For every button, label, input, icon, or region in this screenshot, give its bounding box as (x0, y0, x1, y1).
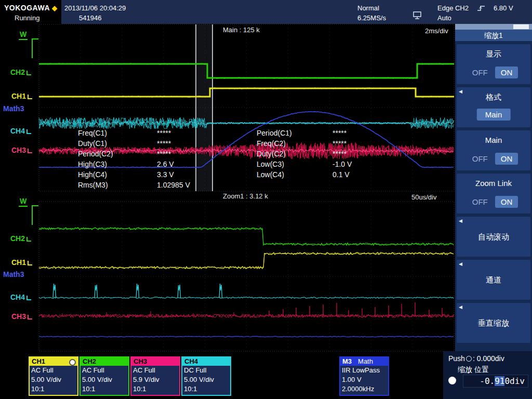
trace-label-ch2-zoom[interactable]: CH2 (10, 234, 31, 243)
zoom-link-on-button[interactable]: ON (495, 196, 518, 208)
zoom-position-label: 缩放 位置 (458, 365, 489, 375)
scrollbar-thumb[interactable] (513, 24, 529, 29)
zoom-link-off-button[interactable]: OFF (469, 196, 491, 208)
measurement-value: 0.1 V (332, 170, 350, 179)
measurement-row: High(C3)2.6 V (78, 160, 190, 170)
push-value: : 0.000div (473, 354, 504, 363)
measurement-value: ***** (157, 129, 171, 137)
menu-item-vertical-zoom[interactable]: ◀ 垂直缩放 (457, 303, 530, 343)
menu-item-label: 格式 (457, 92, 530, 102)
measurement-value: ***** (157, 150, 171, 158)
level-marker-icon (26, 237, 31, 242)
display-off-button[interactable]: OFF (469, 66, 491, 78)
channel-scale: 5.9 V/div (131, 375, 179, 384)
acquisition-count: 541946 (79, 14, 101, 22)
channel-box-math3[interactable]: M3Math IIR LowPass 1.00 V 2.0000kHz (339, 356, 389, 396)
menu-item-channel[interactable]: ◀ 通道 (457, 260, 530, 300)
menu-item-label: 通道 (457, 275, 530, 285)
trace-label-ch1-zoom[interactable]: CH1 (11, 258, 32, 267)
trigger-mode: Normal (357, 4, 379, 12)
measurement-label: Freq(C1) (78, 129, 157, 137)
measurement-row: Period(C2)***** (78, 150, 190, 160)
trigger-position-icon (412, 10, 422, 21)
trace-label-math3-zoom[interactable]: Math3 (3, 270, 24, 278)
channel-coupling: AC Full (30, 366, 77, 375)
display-on-button[interactable]: ON (495, 66, 518, 78)
measurement-row: Rms(M3)1.02985 V (78, 181, 190, 191)
push-knob-hint: Push: 0.000div (448, 354, 504, 363)
zoom-position-panel: Push: 0.000div 缩放 位置 -0.910div (443, 351, 532, 399)
measurement-label: Rms(M3) (78, 181, 157, 189)
zoom-position-value[interactable]: -0.910div (463, 375, 528, 388)
knob-indicator-icon[interactable] (448, 377, 456, 384)
menu-item-zoom-link[interactable]: Zoom Link OFF ON (457, 174, 530, 214)
channel-name: CH4 (184, 357, 198, 365)
menu-item-display[interactable]: 显示 OFF ON (457, 44, 530, 84)
measurement-value: ***** (332, 129, 347, 137)
trace-label-text: Math3 (3, 270, 24, 278)
measurement-label: Freq(C2) (257, 139, 332, 148)
arrow-left-icon: ◀ (459, 218, 462, 223)
channel-header: CH1 (30, 357, 77, 366)
status-bar: YOKOGAWA◆ Running 2013/11/06 20:04:29 54… (0, 0, 532, 24)
menu-item-main[interactable]: Main OFF ON (457, 130, 530, 170)
trace-label-ch2-main[interactable]: CH2 (10, 68, 31, 76)
trace-label-text: CH1 (11, 258, 26, 267)
trace-label-ch3-main[interactable]: CH3 (11, 146, 32, 154)
main-off-button[interactable]: OFF (469, 153, 491, 165)
measurement-column-1: Freq(C1)***** Duty(C1)***** Period(C2)**… (78, 129, 190, 191)
trace-label-ch4-main[interactable]: CH4 (10, 127, 31, 135)
trigger-level: 6.80 V (494, 4, 513, 12)
menu-item-label: 垂直缩放 (457, 318, 530, 328)
value-suffix: 0div (504, 376, 525, 386)
measurement-row: Freq(C2)***** (257, 139, 352, 150)
sidebar-scrollbar[interactable] (455, 24, 532, 30)
trace-label-ch1-main[interactable]: CH1 (11, 92, 32, 100)
measurement-row: Duty(C1)***** (78, 139, 190, 150)
channel-box-ch4[interactable]: CH4 DC Full 5.00 V/div 10:1 (181, 356, 231, 396)
trace-label-text: CH3 (11, 312, 26, 321)
format-main-button[interactable]: Main (477, 109, 511, 121)
menu-item-label: Main (457, 136, 530, 144)
channel-box-ch2[interactable]: CH2 AC Full 5.00 V/div 10:1 (79, 356, 129, 396)
arrow-left-icon: ◀ (459, 261, 462, 267)
channel-header: CH3 (131, 357, 179, 366)
measurement-label: Duty(C2) (257, 150, 332, 158)
channel-header: CH2 (81, 357, 128, 366)
menu-sidebar: 缩放1 显示 OFF ON ◀ 格式 Main Main OFF ON Zoom… (455, 24, 532, 351)
measurement-value: ***** (332, 139, 347, 148)
menu-item-auto-scroll[interactable]: ◀ 自动滚动 (457, 217, 530, 257)
value-selected-digits: 91 (495, 376, 504, 386)
measurement-row: Low(C4)0.1 V (257, 170, 352, 181)
channel-header: CH4 (182, 357, 230, 366)
channel-scale: 5.00 V/div (30, 375, 77, 384)
trace-label-text: CH3 (11, 146, 26, 154)
main-toggle: OFF ON (457, 153, 530, 165)
measurement-value: -1.0 V (332, 160, 352, 168)
trace-label-ch4-zoom[interactable]: CH4 (10, 293, 31, 301)
level-marker-icon (28, 95, 32, 99)
arrow-left-icon: ◀ (459, 304, 462, 310)
channel-box-ch1[interactable]: CH1 AC Full 5.00 V/div 10:1 (29, 356, 78, 396)
channel-scale: 5.00 V/div (182, 375, 230, 384)
main-on-button[interactable]: ON (495, 153, 518, 165)
brand-diamond-icon: ◆ (52, 4, 58, 12)
menu-item-label: Zoom Link (457, 179, 530, 188)
measurement-label: Low(C3) (257, 160, 332, 168)
menu-item-label: 自动滚动 (457, 232, 530, 242)
math-filter: IIR LowPass (340, 366, 388, 375)
channel-name: M3 (342, 357, 352, 365)
channel-box-ch3[interactable]: CH3 AC Full 5.9 V/div 10:1 (130, 356, 180, 396)
value-prefix: -0. (480, 376, 495, 386)
measurement-value: ***** (157, 139, 171, 148)
trace-label-ch3-zoom[interactable]: CH3 (11, 312, 32, 321)
sample-rate: 6.25MS/s (357, 14, 386, 22)
trace-label-math3-main[interactable]: Math3 (3, 104, 24, 113)
menu-item-format[interactable]: ◀ 格式 Main (457, 87, 530, 127)
measurement-column-2: Period(C1)***** Freq(C2)***** Duty(C2)**… (257, 129, 352, 181)
measurement-row: Duty(C2)***** (257, 150, 352, 160)
measurement-row: Low(C3)-1.0 V (257, 160, 352, 170)
trigger-sweep: Auto (437, 14, 451, 22)
channel-name: CH1 (32, 357, 45, 365)
math-scale: 1.00 V (340, 375, 388, 384)
